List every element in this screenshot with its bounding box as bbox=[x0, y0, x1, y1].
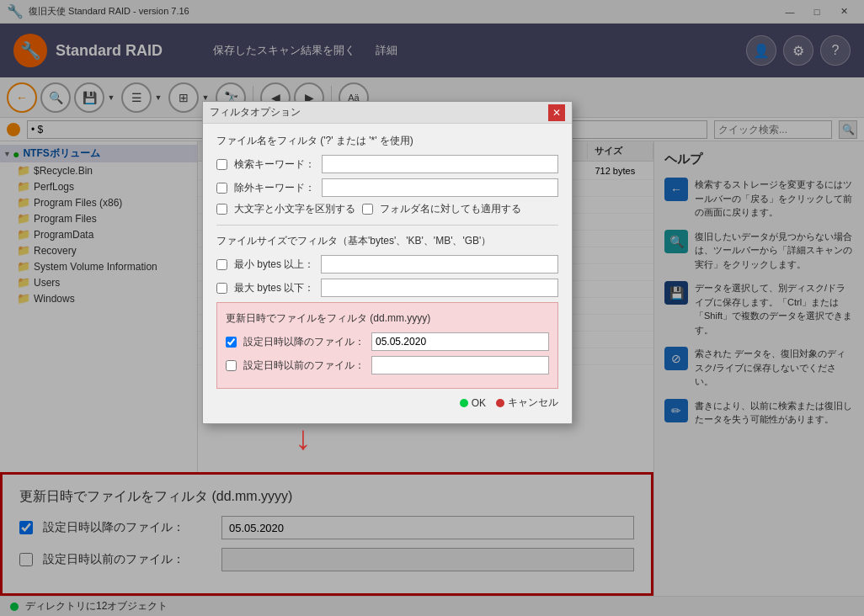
filter-ok-button[interactable]: OK bbox=[460, 397, 486, 409]
filter-buttons: OK キャンセル bbox=[216, 389, 558, 413]
ok-label: OK bbox=[472, 397, 486, 409]
filter-after-row: 設定日時以降のファイル： bbox=[226, 332, 549, 351]
before-date-label: 設定日時以前のファイル： bbox=[243, 358, 365, 373]
filter-case-row: 大文字と小文字を区別する フォルダ名に対しても適用する bbox=[216, 202, 558, 216]
filter-minsize-row: 最小 bytes 以上： bbox=[216, 255, 558, 273]
filter-exclude-row: 除外キーワード： bbox=[216, 178, 558, 197]
exclude-keyword-checkbox[interactable] bbox=[216, 183, 227, 194]
max-size-label: 最大 bytes 以下： bbox=[234, 281, 314, 295]
include-keyword-input[interactable] bbox=[322, 155, 558, 173]
cancel-label: キャンセル bbox=[508, 396, 558, 410]
filter-titlebar: フィルタオプション ✕ bbox=[203, 102, 572, 124]
filter-before-row: 設定日時以前のファイル： bbox=[226, 356, 549, 374]
filter-divider-1 bbox=[216, 225, 558, 226]
filter-section3-title: 更新日時でファイルをフィルタ (dd.mm.yyyy) bbox=[226, 311, 549, 326]
exclude-keyword-label: 除外キーワード： bbox=[234, 181, 315, 195]
max-size-checkbox[interactable] bbox=[216, 283, 227, 294]
after-date-input[interactable] bbox=[371, 332, 549, 351]
cancel-dot bbox=[496, 399, 504, 407]
filter-date-section: 更新日時でファイルをフィルタ (dd.mm.yyyy) 設定日時以降のファイル：… bbox=[216, 302, 558, 389]
filter-include-row: 検索キーワード： bbox=[216, 155, 558, 173]
before-date-checkbox[interactable] bbox=[226, 360, 237, 371]
folder-name-checkbox[interactable] bbox=[362, 204, 373, 215]
min-size-checkbox[interactable] bbox=[216, 259, 227, 270]
exclude-keyword-input[interactable] bbox=[322, 178, 558, 197]
case-sensitive-label: 大文字と小文字を区別する bbox=[234, 202, 355, 216]
folder-name-label: フォルダ名に対しても適用する bbox=[380, 202, 521, 216]
filter-cancel-button[interactable]: キャンセル bbox=[496, 396, 558, 410]
filter-section1-title: ファイル名をフィルタ ('?' または '*' を使用) bbox=[216, 134, 558, 148]
filter-dialog-title: フィルタオプション bbox=[210, 105, 301, 119]
min-size-input[interactable] bbox=[321, 255, 558, 273]
filter-section2-title: ファイルサイズでフィルタ（基本'bytes'、'KB'、'MB'、'GB'） bbox=[216, 234, 558, 248]
after-date-checkbox[interactable] bbox=[226, 337, 237, 348]
min-size-label: 最小 bytes 以上： bbox=[234, 258, 314, 272]
max-size-input[interactable] bbox=[321, 279, 558, 297]
filter-maxsize-row: 最大 bytes 以下： bbox=[216, 279, 558, 297]
case-sensitive-checkbox[interactable] bbox=[216, 204, 227, 215]
filter-close-button[interactable]: ✕ bbox=[548, 104, 565, 121]
filter-dialog: フィルタオプション ✕ ファイル名をフィルタ ('?' または '*' を使用)… bbox=[202, 101, 573, 424]
before-date-input[interactable] bbox=[371, 356, 549, 374]
include-keyword-checkbox[interactable] bbox=[216, 159, 227, 170]
after-date-label: 設定日時以降のファイル： bbox=[243, 335, 365, 349]
filter-dialog-body: ファイル名をフィルタ ('?' または '*' を使用) 検索キーワード： 除外… bbox=[203, 124, 572, 423]
ok-dot bbox=[460, 399, 468, 407]
include-keyword-label: 検索キーワード： bbox=[234, 157, 315, 172]
arrow-down-indicator: ↓ bbox=[295, 421, 312, 454]
